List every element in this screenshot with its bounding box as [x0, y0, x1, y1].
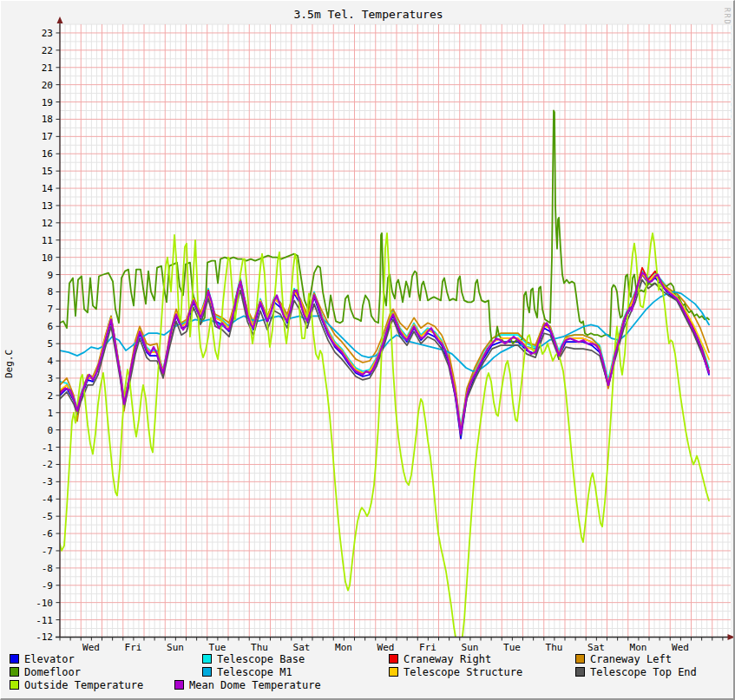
legend-swatch-icon — [10, 667, 19, 677]
y-tick-label: 22 — [42, 45, 53, 56]
legend-item-label: Telescope Base — [217, 653, 305, 665]
y-axis-arrow-icon — [57, 16, 63, 23]
y-tick-label: -9 — [42, 580, 53, 592]
y-tick-label: 17 — [42, 131, 53, 142]
x-tick-label: Fri — [125, 642, 142, 653]
legend-swatch-icon — [389, 667, 398, 677]
y-tick-label: 7 — [47, 304, 53, 315]
y-tick-label: 21 — [42, 62, 53, 74]
legend-item-craneway-left: Craneway Left — [575, 653, 672, 664]
y-tick-label: 12 — [42, 218, 53, 229]
y-tick-label: -8 — [42, 563, 53, 574]
y-tick-label: -3 — [42, 476, 53, 487]
y-tick-label: 23 — [42, 28, 53, 39]
y-tick-label: -6 — [42, 528, 53, 540]
y-tick-label: 13 — [42, 200, 53, 212]
legend-swatch-icon — [202, 667, 212, 677]
legend-item-telescope-top-end: Telescope Top End — [575, 666, 697, 677]
y-tick-label: 0 — [47, 425, 53, 436]
legend-item-label: Domefloor — [24, 666, 81, 678]
x-tick-label: Sat — [293, 642, 311, 653]
x-tick-label: Sun — [167, 642, 184, 653]
y-tick-label: 4 — [47, 356, 53, 367]
y-tick-label: -5 — [42, 511, 53, 522]
legend-swatch-icon — [174, 680, 184, 690]
y-tick-label: 14 — [42, 183, 54, 194]
y-tick-label: 20 — [42, 80, 53, 91]
y-tick-label: 10 — [42, 252, 53, 264]
legend-item-label: Telescope Top End — [590, 666, 697, 678]
y-tick-label: -7 — [42, 546, 53, 557]
y-tick-label: -12 — [36, 631, 53, 643]
legend-item-outside-temperature: Outside Temperature — [10, 679, 143, 690]
x-tick-label: Sun — [462, 642, 479, 653]
y-tick-label: -11 — [36, 615, 53, 626]
y-tick-label: 5 — [47, 338, 53, 350]
x-tick-label: Wed — [377, 642, 395, 653]
y-tick-label: 1 — [47, 408, 53, 419]
y-tick-label: 15 — [42, 166, 53, 177]
x-tick-label: Sat — [587, 642, 605, 653]
legend-item-domefloor: Domefloor — [10, 666, 81, 677]
legend-item-mean-dome-temperature: Mean Dome Temperature — [174, 679, 321, 690]
x-axis-arrow-icon — [728, 634, 735, 640]
y-tick-label: 16 — [42, 148, 53, 160]
legend-item-elevator: Elevator — [10, 653, 75, 664]
y-tick-label: -4 — [42, 494, 54, 505]
legend-swatch-icon — [575, 654, 585, 664]
legend-item-label: Craneway Right — [404, 653, 491, 665]
legend-item-telescope-m1: Telescope M1 — [202, 666, 292, 677]
temperature-chart: 23222120191817161514131211109876543210-1… — [1, 1, 735, 653]
x-tick-label: Mon — [335, 642, 352, 653]
x-tick-label: Fri — [419, 642, 436, 653]
legend-swatch-icon — [389, 654, 398, 664]
y-tick-label: 3 — [47, 373, 53, 384]
legend-item-craneway-right: Craneway Right — [389, 653, 491, 664]
legend-item-telescope-structure: Telescope Structure — [389, 666, 522, 677]
x-tick-label: Tue — [209, 642, 226, 653]
y-tick-label: 2 — [47, 390, 53, 402]
y-tick-label: 8 — [47, 286, 53, 298]
y-tick-label: 11 — [42, 235, 53, 246]
y-tick-label: 9 — [47, 270, 53, 281]
x-tick-label: Wed — [82, 642, 100, 653]
legend-swatch-icon — [575, 667, 585, 677]
x-tick-label: Thu — [546, 642, 563, 653]
legend-item-telescope-base: Telescope Base — [202, 653, 305, 664]
rrdtool-graph-window: 3.5m Tel. Temperatures Deg.C RRDTOOL / T… — [0, 0, 735, 700]
legend-swatch-icon — [10, 680, 19, 690]
x-tick-label: Thu — [251, 642, 268, 653]
y-tick-label: 19 — [42, 97, 53, 108]
x-tick-label: Tue — [503, 642, 521, 653]
y-tick-label: -2 — [42, 459, 53, 470]
legend-item-label: Telescope M1 — [217, 666, 292, 678]
y-tick-label: -1 — [42, 442, 53, 454]
legend-item-label: Telescope Structure — [404, 666, 522, 678]
legend-swatch-icon — [202, 654, 212, 664]
x-tick-label: Mon — [630, 642, 647, 653]
legend-item-label: Outside Temperature — [24, 679, 143, 691]
legend-item-label: Craneway Left — [590, 653, 672, 665]
legend-swatch-icon — [10, 654, 19, 664]
legend-item-label: Mean Dome Temperature — [189, 679, 321, 691]
y-tick-label: 6 — [47, 321, 53, 332]
x-tick-label: Wed — [672, 642, 689, 653]
legend-item-label: Elevator — [24, 653, 75, 665]
y-tick-label: -10 — [36, 598, 53, 609]
y-tick-label: 18 — [42, 114, 53, 125]
